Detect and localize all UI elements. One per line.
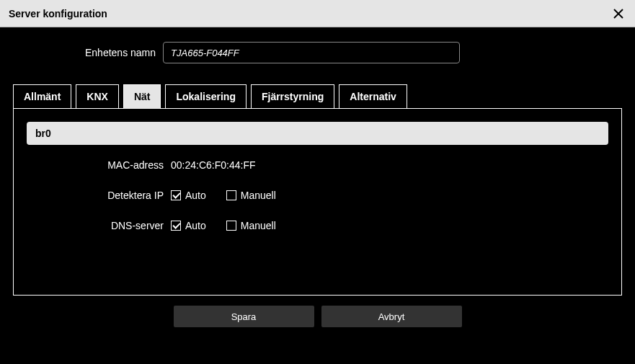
dns-server-manual[interactable]: Manuell bbox=[226, 220, 276, 231]
dns-server-manual-label: Manuell bbox=[241, 220, 276, 231]
detect-ip-auto-label: Auto bbox=[185, 190, 206, 201]
detect-ip-auto[interactable]: Auto bbox=[171, 190, 206, 201]
tab-knx[interactable]: KNX bbox=[76, 84, 119, 109]
tab-bar: Allmänt KNX Nät Lokalisering Fjärrstyrni… bbox=[13, 84, 622, 108]
detect-ip-manual[interactable]: Manuell bbox=[226, 190, 276, 201]
dialog-buttons: Spara Avbryt bbox=[13, 306, 622, 327]
dialog-content: Enhetens namn Allmänt KNX Nät Lokaliseri… bbox=[0, 27, 635, 327]
save-button[interactable]: Spara bbox=[174, 306, 314, 327]
device-name-input[interactable] bbox=[163, 42, 460, 63]
dialog-title: Server konfiguration bbox=[9, 8, 107, 19]
dialog-header: Server konfiguration bbox=[0, 0, 635, 27]
dns-server-auto[interactable]: Auto bbox=[171, 220, 206, 231]
detect-ip-label: Detektera IP bbox=[27, 190, 171, 201]
cancel-button[interactable]: Avbryt bbox=[321, 306, 462, 327]
checkbox-icon bbox=[171, 221, 181, 231]
tab-remote[interactable]: Fjärrstyrning bbox=[251, 84, 334, 109]
dns-server-auto-label: Auto bbox=[185, 220, 206, 231]
dns-server-group: Auto Manuell bbox=[171, 220, 608, 231]
mac-address-label: MAC-adress bbox=[27, 159, 171, 171]
detect-ip-manual-label: Manuell bbox=[241, 190, 276, 201]
checkbox-icon bbox=[171, 190, 181, 200]
checkbox-icon bbox=[226, 190, 236, 200]
interface-name: br0 bbox=[27, 122, 608, 145]
detect-ip-group: Auto Manuell bbox=[171, 190, 608, 201]
tab-general[interactable]: Allmänt bbox=[13, 84, 71, 109]
tab-panel-network: br0 MAC-adress 00:24:C6:F0:44:FF Detekte… bbox=[13, 108, 622, 296]
dns-server-label: DNS-server bbox=[27, 220, 171, 231]
network-fields: MAC-adress 00:24:C6:F0:44:FF Detektera I… bbox=[27, 159, 608, 231]
checkbox-icon bbox=[226, 221, 236, 231]
mac-address-value: 00:24:C6:F0:44:FF bbox=[171, 159, 608, 171]
close-button[interactable] bbox=[610, 6, 626, 22]
tab-localization[interactable]: Lokalisering bbox=[165, 84, 246, 109]
tab-network[interactable]: Nät bbox=[123, 84, 161, 109]
close-icon bbox=[613, 8, 624, 19]
device-name-row: Enhetens namn bbox=[85, 42, 622, 63]
device-name-label: Enhetens namn bbox=[85, 47, 156, 58]
tab-options[interactable]: Alternativ bbox=[339, 84, 407, 109]
